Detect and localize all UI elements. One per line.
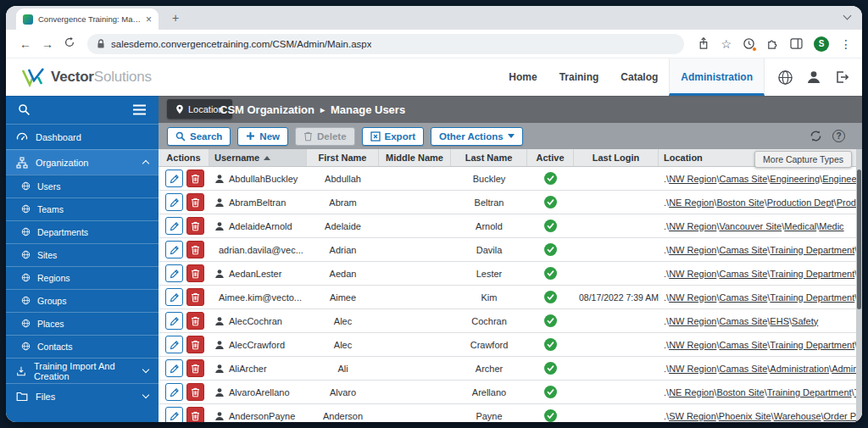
location-link[interactable]: Warehouse bbox=[774, 411, 821, 421]
location-link[interactable]: NW Region bbox=[669, 316, 716, 326]
side-panel-icon[interactable] bbox=[790, 38, 803, 49]
other-actions-button[interactable]: Other Actions bbox=[431, 127, 523, 146]
new-button[interactable]: New bbox=[237, 127, 288, 146]
location-link[interactable]: Training Department bbox=[767, 387, 852, 397]
location-link[interactable]: Camas Site bbox=[719, 292, 767, 303]
sidebar-subitem-places[interactable]: Places bbox=[6, 312, 159, 335]
edit-user-button[interactable] bbox=[165, 217, 183, 235]
delete-user-button[interactable] bbox=[186, 193, 204, 211]
location-link[interactable]: SW Region bbox=[669, 411, 716, 421]
sync-status-icon[interactable] bbox=[743, 37, 755, 50]
url-bar[interactable]: salesdemo.convergencetraining.com/CSM/Ad… bbox=[87, 34, 684, 54]
location-link[interactable]: NW Region bbox=[669, 221, 716, 231]
edit-user-button[interactable] bbox=[165, 264, 183, 282]
location-link[interactable]: EHS bbox=[770, 316, 789, 326]
location-link[interactable]: Production Dept bbox=[767, 197, 834, 208]
location-link[interactable]: NW Region bbox=[669, 292, 716, 303]
location-link[interactable]: Engineer bbox=[822, 174, 860, 184]
location-link[interactable]: Camas Site bbox=[719, 364, 767, 374]
location-link[interactable]: Engineering bbox=[770, 174, 820, 184]
breadcrumb-root[interactable]: CSM Organization bbox=[220, 103, 314, 116]
back-button[interactable]: ← bbox=[16, 37, 35, 51]
nav-administration[interactable]: Administration bbox=[669, 58, 765, 96]
edit-user-button[interactable] bbox=[165, 193, 183, 211]
location-link[interactable]: Camas Site bbox=[719, 316, 767, 326]
sidebar-subitem-contacts[interactable]: Contacts bbox=[6, 335, 159, 358]
sidebar-subitem-sites[interactable]: Sites bbox=[6, 243, 159, 266]
profile-avatar[interactable]: S bbox=[814, 36, 829, 52]
share-icon[interactable] bbox=[698, 37, 709, 50]
language-globe-icon[interactable] bbox=[777, 69, 793, 86]
vector-solutions-logo[interactable]: VectorSolutions bbox=[21, 66, 152, 88]
delete-button[interactable]: Delete bbox=[295, 127, 355, 146]
sidebar-subitem-regions[interactable]: Regions bbox=[6, 266, 159, 289]
tab-close-icon[interactable]: × bbox=[146, 14, 152, 25]
sidebar-subitem-departments[interactable]: Departments bbox=[6, 220, 159, 243]
edit-user-button[interactable] bbox=[165, 241, 183, 258]
location-link[interactable]: Boston Site bbox=[716, 197, 764, 208]
location-link[interactable]: NW Region bbox=[669, 269, 716, 279]
location-link[interactable]: Camas Site bbox=[719, 269, 767, 279]
sidebar-item-dashboard[interactable]: Dashboard bbox=[6, 124, 159, 149]
sidebar-item-organization[interactable]: Organization bbox=[6, 149, 159, 175]
browser-tab[interactable]: Convergence Training: Manage Users × bbox=[16, 8, 159, 30]
edit-user-button[interactable] bbox=[165, 170, 183, 187]
sidebar-subitem-users[interactable]: Users bbox=[6, 175, 159, 197]
location-link[interactable]: Camas Site bbox=[719, 340, 767, 350]
bookmark-star-icon[interactable]: ☆ bbox=[721, 38, 732, 50]
location-link[interactable]: NE Region bbox=[669, 197, 714, 208]
extensions-puzzle-icon[interactable] bbox=[766, 37, 779, 50]
delete-user-button[interactable] bbox=[186, 170, 204, 187]
location-link[interactable]: Medical bbox=[784, 221, 816, 231]
location-link[interactable]: Camas Site bbox=[719, 174, 767, 184]
nav-training[interactable]: Training bbox=[548, 58, 610, 96]
delete-user-button[interactable] bbox=[186, 383, 204, 401]
delete-user-button[interactable] bbox=[186, 312, 204, 330]
delete-user-button[interactable] bbox=[186, 359, 204, 377]
location-link[interactable]: Training Department bbox=[770, 269, 854, 279]
location-link[interactable]: Training Department bbox=[770, 245, 854, 255]
new-tab-button[interactable]: + bbox=[169, 11, 182, 25]
location-link[interactable]: Training Department bbox=[770, 292, 854, 303]
column-header-last-login[interactable]: Last Login bbox=[574, 149, 659, 166]
delete-user-button[interactable] bbox=[186, 241, 204, 258]
delete-user-button[interactable] bbox=[186, 217, 204, 235]
export-button[interactable]: Export bbox=[362, 127, 424, 146]
sidebar-search-icon[interactable] bbox=[18, 103, 31, 116]
help-icon[interactable]: ? bbox=[832, 130, 845, 142]
location-link[interactable]: NW Region bbox=[669, 364, 716, 374]
location-link[interactable]: Vancouver Site bbox=[719, 221, 782, 231]
edit-user-button[interactable] bbox=[165, 336, 183, 353]
edit-user-button[interactable] bbox=[165, 383, 183, 401]
location-link[interactable]: Boston Site bbox=[716, 387, 764, 397]
search-button[interactable]: Search bbox=[167, 127, 231, 146]
location-link[interactable]: NW Region bbox=[669, 340, 716, 350]
location-link[interactable]: Safety bbox=[792, 316, 818, 326]
tab-search-chevron-icon[interactable] bbox=[843, 12, 852, 20]
location-link[interactable]: Administration bbox=[770, 364, 829, 374]
delete-user-button[interactable] bbox=[186, 407, 204, 422]
delete-user-button[interactable] bbox=[186, 288, 204, 306]
vertical-scrollbar[interactable] bbox=[856, 149, 862, 422]
location-link[interactable]: NW Region bbox=[669, 174, 716, 184]
sidebar-menu-hamburger-icon[interactable] bbox=[132, 104, 147, 115]
user-profile-icon[interactable] bbox=[806, 69, 821, 85]
forward-button[interactable]: → bbox=[38, 37, 57, 51]
column-header-first-name[interactable]: First Name bbox=[307, 149, 379, 166]
sidebar-subitem-teams[interactable]: Teams bbox=[6, 197, 159, 220]
column-header-active[interactable]: Active bbox=[527, 149, 574, 166]
browser-menu-kebab-icon[interactable]: ⋮ bbox=[840, 38, 852, 50]
location-link[interactable]: Camas Site bbox=[719, 245, 767, 255]
nav-home[interactable]: Home bbox=[498, 58, 548, 96]
column-header-username[interactable]: Username bbox=[209, 149, 307, 166]
sidebar-subitem-groups[interactable]: Groups bbox=[6, 289, 159, 312]
nav-catalog[interactable]: Catalog bbox=[609, 58, 669, 96]
location-link[interactable]: Medic bbox=[819, 221, 843, 231]
delete-user-button[interactable] bbox=[186, 336, 204, 353]
edit-user-button[interactable] bbox=[165, 407, 183, 422]
location-link[interactable]: Phoenix Site bbox=[719, 411, 771, 421]
location-link[interactable]: Training Department bbox=[770, 340, 854, 350]
column-header-last-name[interactable]: Last Name bbox=[451, 149, 527, 166]
sidebar-item-training-import[interactable]: Training Import And Creation bbox=[6, 358, 159, 383]
column-header-middle-name[interactable]: Middle Name bbox=[379, 149, 451, 166]
